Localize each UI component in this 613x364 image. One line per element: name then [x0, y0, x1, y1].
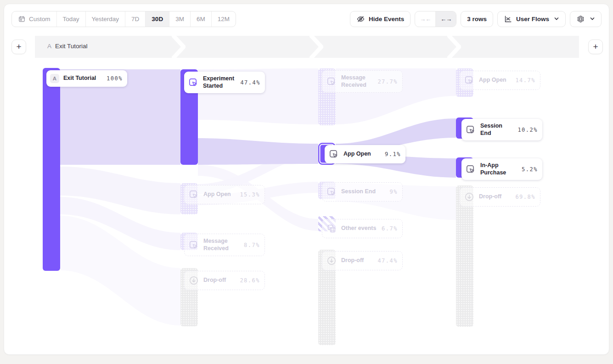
node-card-message-received-3[interactable]: Message Received 27.7% — [322, 70, 403, 93]
node-card-drop-off-3[interactable]: Drop-off 47.4% — [322, 251, 403, 270]
flow-link-experiment-to-appopen — [198, 138, 318, 165]
node-card-message-received-2[interactable]: Message Received 8.7% — [184, 234, 265, 256]
node-card-drop-off-4[interactable]: Drop-off 69.8% — [460, 187, 540, 207]
node-card-other-events[interactable]: Other events 6.7% — [322, 219, 403, 238]
node-card-drop-off-2[interactable]: Drop-off 28.6% — [184, 271, 265, 290]
node-card-session-end-4[interactable]: Session End 10.2% — [461, 119, 542, 140]
user-flows-panel: Custom Today Yesterday 7D 30D 3M 6M 12M … — [4, 4, 609, 355]
node-card-app-open-4[interactable]: App Open 14.7% — [460, 71, 540, 90]
drop-off-icon — [326, 255, 337, 266]
node-card-in-app-purchase[interactable]: In-App Purchase 5.2% — [461, 158, 542, 180]
drop-off-icon — [464, 191, 475, 202]
node-card-experiment-started[interactable]: Experiment Started 47.4% — [184, 72, 265, 93]
event-icon — [326, 76, 337, 87]
node-card-exit-tutorial[interactable]: A Exit Tutorial 100% — [46, 70, 127, 87]
other-events-icon — [326, 223, 337, 234]
event-icon — [188, 240, 199, 251]
event-icon — [464, 75, 475, 86]
step-a-badge: A — [50, 74, 59, 83]
node-bar-exit-tutorial[interactable] — [43, 68, 60, 271]
drop-off-icon — [188, 275, 199, 286]
event-icon — [465, 164, 476, 175]
node-bar-drop-off-4[interactable] — [456, 185, 473, 327]
event-icon — [188, 189, 199, 200]
node-card-app-open-2[interactable]: App Open 15.3% — [184, 185, 265, 204]
event-icon — [328, 149, 339, 160]
event-icon — [465, 124, 476, 135]
flow-canvas: A Exit Tutorial 100% Experiment Started … — [4, 4, 609, 354]
node-card-app-open-3[interactable]: App Open 9.1% — [325, 145, 405, 163]
event-icon — [188, 77, 199, 88]
node-card-session-end-3[interactable]: Session End 9% — [322, 182, 403, 202]
event-icon — [326, 186, 337, 197]
